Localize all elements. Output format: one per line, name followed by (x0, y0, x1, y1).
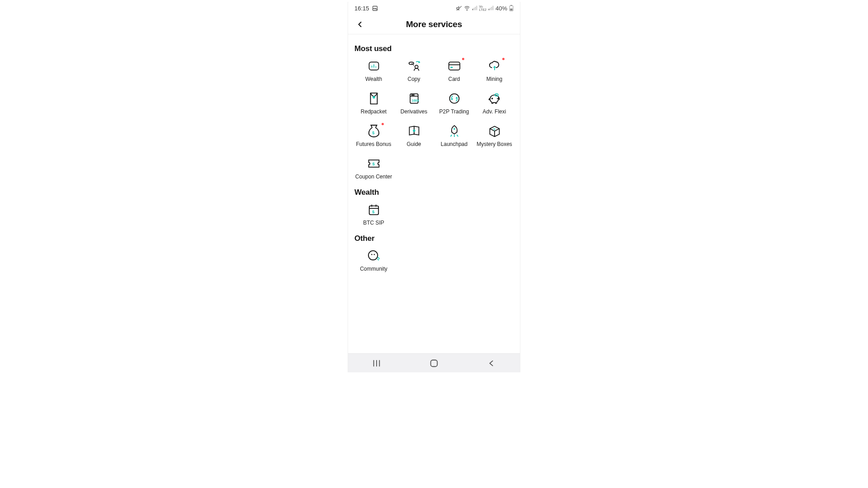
status-left: 16:15 (354, 5, 378, 12)
tile-card[interactable]: Card (434, 58, 474, 83)
svg-rect-7 (490, 8, 491, 10)
status-bar: 16:15 VoLTE2 40% (348, 2, 520, 14)
android-nav-bar (348, 353, 520, 372)
tile-label: Mystery Boxes (476, 141, 512, 147)
tile-label: Mining (486, 76, 502, 82)
signal-2-icon (488, 5, 494, 11)
tile-wealth[interactable]: Wealth (354, 58, 394, 83)
svg-point-28 (411, 94, 412, 95)
tile-copy[interactable]: Copy (394, 58, 434, 83)
badge-dot (462, 58, 464, 60)
tile-label: Community (360, 266, 387, 272)
gallery-icon (372, 5, 378, 11)
svg-rect-4 (475, 7, 476, 10)
tile-mystery-boxes[interactable]: ? Mystery Boxes (474, 123, 514, 148)
svg-point-36 (413, 130, 415, 132)
card-icon (447, 59, 462, 73)
copy-icon (407, 59, 421, 73)
svg-point-19 (415, 65, 418, 68)
svg-rect-51 (431, 360, 438, 366)
p2p-icon (447, 91, 462, 106)
community-icon (367, 249, 381, 263)
tile-redpacket[interactable]: Redpacket (354, 90, 394, 116)
svg-rect-5 (476, 6, 477, 10)
tile-community[interactable]: Community (354, 248, 394, 273)
title-bar: More services (348, 14, 520, 34)
page-title: More services (348, 19, 520, 29)
tile-futures-bonus[interactable]: $ Futures Bonus (354, 123, 394, 148)
grid-other: Community (354, 248, 514, 273)
phone-frame: 16:15 VoLTE2 40% (348, 2, 520, 372)
tile-coupon-center[interactable]: $ Coupon Center (354, 155, 394, 181)
section-title-most-used: Most used (354, 44, 514, 53)
svg-text:?: ? (493, 127, 495, 132)
tile-label: P2P Trading (439, 108, 469, 115)
svg-point-25 (373, 96, 375, 99)
svg-rect-8 (491, 7, 492, 10)
derivatives-icon: 100X (407, 91, 421, 106)
svg-point-46 (371, 254, 372, 255)
tile-label: Futures Bonus (356, 141, 391, 147)
badge-dot (382, 123, 384, 125)
tile-mining[interactable]: Mining (474, 58, 514, 83)
piggy-icon (487, 91, 502, 106)
svg-point-1 (467, 10, 467, 10)
signal-1-icon (472, 5, 477, 11)
grid-most-used: Wealth Copy Card Minin (354, 58, 514, 181)
volte-label: VoLTE2 (479, 5, 486, 11)
tile-flexi[interactable]: Adv. Flexi (474, 90, 514, 116)
svg-rect-2 (472, 9, 473, 10)
svg-point-29 (413, 94, 414, 95)
svg-point-17 (409, 62, 414, 64)
svg-rect-20 (448, 62, 460, 70)
svg-rect-3 (474, 8, 475, 10)
svg-point-31 (449, 94, 459, 103)
tile-btc-sip[interactable]: $ BTC SIP (354, 202, 394, 227)
svg-text:100X: 100X (411, 99, 419, 102)
moneybag-icon: $ (367, 124, 381, 138)
wifi-icon (464, 5, 470, 11)
svg-point-37 (453, 128, 455, 130)
coupon-icon: $ (367, 156, 381, 171)
tile-label: Adv. Flexi (483, 108, 506, 115)
svg-text:$: $ (372, 131, 375, 135)
tile-label: Launchpad (441, 141, 467, 147)
recents-button[interactable] (368, 354, 386, 372)
tile-label: Coupon Center (355, 174, 392, 180)
tile-label: Guide (406, 141, 421, 147)
svg-rect-6 (489, 9, 490, 10)
tile-label: Copy (407, 76, 420, 82)
badge-dot (502, 58, 505, 60)
tile-label: Wealth (365, 76, 382, 82)
mining-icon (487, 59, 502, 73)
calendar-dollar-icon: $ (367, 202, 381, 217)
wealth-icon (367, 59, 381, 73)
status-time: 16:15 (354, 5, 369, 12)
status-right: VoLTE2 40% (456, 5, 514, 12)
grid-wealth: $ BTC SIP (354, 202, 514, 227)
battery-icon (509, 5, 514, 11)
tile-label: BTC SIP (363, 220, 384, 226)
svg-text:$: $ (372, 210, 375, 214)
section-title-wealth: Wealth (354, 188, 514, 197)
mute-icon (456, 5, 462, 11)
home-button[interactable] (425, 354, 443, 372)
tile-derivatives[interactable]: 100X Derivatives (394, 90, 434, 116)
content-scroll[interactable]: Most used Wealth Copy Card (348, 34, 520, 353)
battery-percent: 40% (495, 5, 507, 12)
svg-point-32 (491, 98, 492, 99)
tile-label: Card (448, 76, 460, 82)
tile-label: Derivatives (401, 108, 427, 115)
tile-guide[interactable]: Guide (394, 123, 434, 148)
svg-point-47 (373, 254, 374, 255)
svg-rect-9 (493, 6, 494, 10)
tile-launchpad[interactable]: Launchpad (434, 123, 474, 148)
svg-point-45 (368, 251, 377, 260)
tile-p2p[interactable]: P2P Trading (434, 90, 474, 116)
back-nav-button[interactable] (482, 354, 500, 372)
svg-text:$: $ (372, 161, 375, 166)
guide-icon (407, 124, 421, 138)
tile-label: Redpacket (361, 108, 387, 115)
rocket-icon (447, 124, 462, 138)
back-button[interactable] (355, 20, 364, 29)
